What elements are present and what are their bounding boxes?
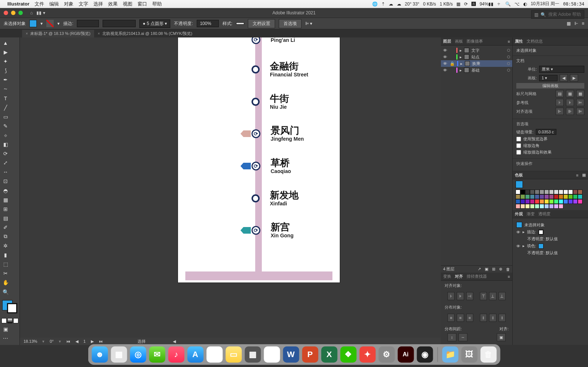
slice-tool[interactable]: ✂ [1, 270, 10, 277]
transparency-grid-icon[interactable]: ▩ [576, 90, 584, 97]
vdist-space-icon[interactable]: ↕ [448, 333, 456, 341]
tab-layers[interactable]: 图层 [443, 39, 451, 44]
key-increment-input[interactable]: 0.0353 c [536, 129, 556, 135]
swatch[interactable] [573, 190, 578, 194]
artboard-number[interactable]: 1 [83, 339, 86, 343]
nav-last-icon[interactable]: ⏭ [99, 339, 103, 343]
station-marker-icon[interactable] [252, 98, 260, 106]
swatch[interactable] [544, 194, 549, 199]
swatch[interactable] [516, 190, 520, 194]
station[interactable]: 新宫 Xin Gong [252, 222, 293, 238]
swatch[interactable] [535, 194, 539, 199]
adobe-help-search[interactable]: ▥ 🔍 搜索 Adobe 帮助 [531, 10, 584, 19]
swatch[interactable] [568, 190, 573, 194]
scale-tool[interactable]: ⤢ [1, 159, 10, 166]
swatch[interactable] [578, 194, 582, 199]
nav-first-icon[interactable]: ⏮ [66, 339, 70, 343]
menu-view[interactable]: 视图 [123, 1, 132, 7]
guides-lock-icon[interactable]: ⊧ [566, 99, 574, 106]
status-temperature[interactable]: 20° 33° [405, 1, 420, 7]
window-minimize-button[interactable] [11, 11, 15, 15]
swatch[interactable] [549, 199, 554, 204]
curvature-tool[interactable]: ～ [1, 85, 10, 93]
swatch[interactable] [559, 199, 563, 204]
panel-menu-icon[interactable]: ≡ [508, 274, 510, 279]
dock-app-notes[interactable]: ▭ [225, 346, 242, 363]
nav-prev-icon[interactable]: ◀ [75, 339, 78, 344]
artboard[interactable]: Ping'an Li 金融街 Financial Street 牛街 Niu J… [178, 37, 340, 283]
edit-artboards-button[interactable]: 编辑画板 [516, 83, 584, 89]
layer-expand-icon[interactable]: ▸ [460, 68, 462, 73]
status-time[interactable]: 08:58:34 [563, 1, 584, 7]
arrange-icon[interactable]: ▦ [567, 21, 571, 26]
rotation-angle[interactable]: 0° [50, 339, 54, 343]
layer-visibility-icon[interactable]: 👁 [443, 55, 448, 59]
isolation-icon[interactable]: ⊩ [574, 21, 578, 26]
paintbrush-tool[interactable]: ✎ [1, 122, 10, 130]
swatch[interactable] [563, 194, 568, 199]
tab-transparency[interactable]: 透明度 [538, 211, 550, 217]
menu-object[interactable]: 对象 [64, 1, 74, 7]
interchange-marker-icon[interactable] [252, 226, 260, 235]
status-sync-icon[interactable]: ⟳ [464, 1, 468, 7]
status-cloud2-icon[interactable]: ☁ [397, 1, 401, 7]
shape-builder-tool[interactable]: ◓ [1, 187, 10, 194]
control-menu-icon[interactable]: ≡ [582, 21, 584, 26]
dock-app-safari[interactable]: ◎ [130, 346, 146, 363]
dock-app-excel[interactable]: X [321, 346, 337, 363]
station-marker-icon[interactable] [252, 65, 260, 73]
swatch[interactable] [554, 194, 559, 199]
snap-point-icon[interactable]: ⊩ [556, 108, 564, 115]
menu-help[interactable]: 帮助 [152, 1, 162, 7]
next-artboard-icon[interactable]: ▶ [570, 74, 578, 82]
hand-tool[interactable]: ✋ [1, 279, 10, 286]
mesh-tool[interactable]: ⊞ [1, 205, 10, 213]
hdist-left-icon[interactable]: ⦀ [480, 314, 487, 322]
perspective-grid-tool[interactable]: ▦ [1, 196, 10, 204]
swatch[interactable] [525, 199, 530, 204]
swatch[interactable] [530, 204, 535, 209]
fill-swatch-small[interactable] [538, 244, 544, 249]
hdist-space-icon[interactable]: ↔ [459, 333, 467, 341]
blend-tool[interactable]: ⧉ [1, 233, 10, 240]
dock-recent[interactable]: 🖼 [461, 346, 477, 363]
layer-lock-icon[interactable]: 🔒 [450, 61, 455, 66]
dock-app-music[interactable]: ♪ [168, 346, 184, 363]
magic-wand-tool[interactable]: ✦ [1, 58, 10, 65]
layer-target-icon[interactable] [507, 49, 510, 52]
unit-select[interactable]: 厘米 ▾ [539, 66, 584, 73]
layer-expand-icon[interactable]: ▸ [460, 61, 463, 66]
grid-icon[interactable]: ▦ [566, 90, 574, 97]
swatch[interactable] [525, 194, 530, 199]
swatch[interactable] [535, 190, 539, 194]
footer-band[interactable] [185, 271, 332, 280]
swatch[interactable] [563, 199, 568, 204]
status-battery[interactable]: 94% ▮▮ [480, 1, 493, 7]
status-network-up[interactable]: 1 KB/s [440, 1, 453, 7]
layer-target-icon[interactable] [507, 69, 510, 72]
vdist-bottom-icon[interactable]: ≡ [466, 314, 473, 322]
swatch[interactable] [544, 190, 549, 194]
nav-next-icon[interactable]: ▶ [91, 339, 94, 344]
eyedropper-tool[interactable]: ✐ [1, 224, 10, 231]
station[interactable]: 牛街 Niu Jie [252, 94, 289, 110]
prev-artboard-icon[interactable]: ◀ [560, 74, 568, 82]
vdist-top-icon[interactable]: ≡ [448, 314, 455, 322]
delete-layer-icon[interactable]: 🗑 [506, 267, 510, 271]
align-to-selection-icon[interactable]: ▣ [497, 333, 506, 341]
layer-name[interactable]: 文字 [471, 48, 480, 53]
layer-expand-icon[interactable]: ▸ [460, 48, 462, 53]
status-network-down[interactable]: 0 KB/s [423, 1, 436, 7]
layer-name[interactable]: 基础 [471, 68, 480, 73]
pen-tool[interactable]: ✒ [1, 76, 10, 83]
status-siri-icon[interactable]: ◐ [523, 1, 527, 7]
swatch[interactable] [525, 190, 530, 194]
swatch[interactable] [516, 204, 520, 209]
window-close-button[interactable] [4, 11, 8, 15]
tab-close-icon[interactable]: × [26, 32, 28, 36]
menu-window[interactable]: 窗口 [138, 1, 147, 7]
locate-object-icon[interactable]: ↗ [478, 267, 481, 271]
layer-row[interactable]: 👁 ▸ 文字 [441, 47, 512, 54]
dock-downloads[interactable]: 📁 [442, 346, 458, 363]
tab-appearance[interactable]: 外观 [515, 211, 523, 217]
